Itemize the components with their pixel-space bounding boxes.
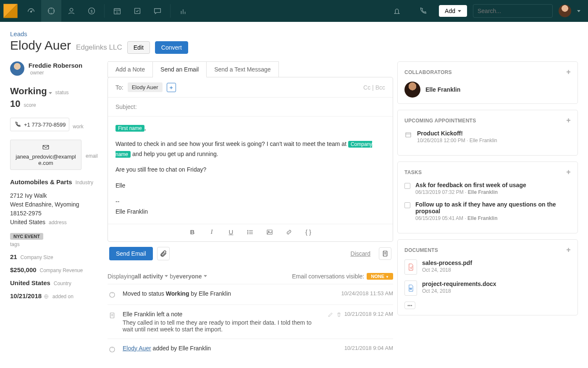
edit-button[interactable]: Edit — [127, 41, 150, 54]
more-documents-button[interactable]: ••• — [404, 302, 415, 309]
collaborator-name: Elle Franklin — [425, 86, 460, 93]
collaborators-panel: COLLABORATORS + Elle Franklin — [397, 61, 578, 104]
template-button[interactable] — [379, 247, 391, 260]
nav-messages-icon[interactable] — [147, 0, 168, 22]
subject-input[interactable]: Subject: — [108, 98, 393, 116]
nav-leads-icon[interactable] — [41, 0, 61, 22]
document-name[interactable]: project-requirements.docx — [422, 281, 496, 287]
notifications-icon[interactable] — [387, 0, 407, 22]
mail-icon — [42, 143, 50, 151]
activity-filter[interactable]: all activity — [135, 273, 163, 280]
format-toolbar: B I U { } — [108, 224, 393, 241]
country-value: United States — [10, 279, 50, 286]
recipient-chip[interactable]: Elody Auer — [128, 82, 163, 92]
bcc-link[interactable]: Bcc — [375, 84, 385, 91]
added-on-label: added on — [52, 294, 74, 299]
cc-link[interactable]: Cc — [363, 84, 370, 91]
to-label: To: — [116, 84, 123, 91]
search-input[interactable] — [478, 8, 551, 14]
task-checkbox[interactable] — [404, 183, 410, 189]
merge-token-first-name[interactable]: First name — [116, 125, 144, 132]
appointment-meta: 10/26/2018 12:00 PM · Elle Franklin — [417, 138, 497, 143]
document-date: Oct 24, 2018 — [422, 288, 496, 294]
search-box[interactable] — [473, 4, 553, 18]
nav-reports-icon[interactable] — [173, 0, 193, 22]
status-label: status — [55, 90, 69, 95]
task-checkbox[interactable] — [404, 202, 410, 208]
industry-label: Industry — [75, 180, 93, 185]
nav-deals-icon[interactable]: $ — [81, 0, 102, 22]
document-name[interactable]: sales-process.pdf — [422, 259, 472, 266]
tab-send-text[interactable]: Send a Text Message — [207, 61, 278, 77]
activity-time: 10/24/2018 11:53 AM — [341, 290, 393, 299]
add-button[interactable]: Add — [439, 5, 467, 17]
add-appointment-button[interactable]: + — [566, 116, 571, 125]
nav-tasks-icon[interactable] — [127, 0, 147, 22]
nav-dashboard-icon[interactable] — [21, 0, 41, 22]
conv-visibility-pill[interactable]: NONE ▼ — [367, 273, 393, 280]
edit-icon[interactable] — [328, 311, 333, 318]
email-label: email — [86, 153, 98, 159]
tasks-panel: TASKS + Ask for feedback on first week o… — [397, 161, 578, 233]
company-size-label: Company Size — [21, 254, 53, 260]
activity-user-filter[interactable]: everyone — [176, 273, 202, 280]
panel-title: DOCUMENTS — [404, 247, 438, 253]
code-icon[interactable]: { } — [304, 228, 312, 237]
logo-icon[interactable] — [0, 0, 21, 22]
attach-button[interactable] — [157, 247, 170, 260]
lead-name: Elody Auer — [10, 38, 71, 53]
panel-title: COLLABORATORS — [404, 69, 452, 75]
convert-button[interactable]: Convert — [155, 41, 188, 54]
added-icon — [108, 345, 117, 353]
docx-icon: W — [404, 281, 417, 296]
svg-point-28 — [247, 230, 248, 231]
email-value: janea_predovic@example.com — [14, 154, 78, 166]
lead-link[interactable]: Elody Auer — [123, 345, 151, 352]
svg-point-30 — [247, 233, 248, 234]
link-icon[interactable] — [285, 228, 293, 237]
add-collaborator-button[interactable]: + — [566, 68, 571, 77]
owner-avatar — [10, 61, 24, 76]
top-nav: $ 31 Add — [0, 0, 588, 22]
tab-add-note[interactable]: Add a Note — [108, 61, 153, 77]
add-task-button[interactable]: + — [566, 168, 571, 177]
send-email-button[interactable]: Send Email — [109, 247, 153, 260]
trash-icon[interactable] — [336, 311, 342, 318]
activity-item: Moved to status Working by Elle Franklin… — [108, 284, 393, 304]
italic-icon[interactable]: I — [207, 228, 216, 237]
caret-down-icon[interactable] — [204, 275, 207, 277]
status-caret-icon[interactable] — [49, 92, 52, 94]
discard-link[interactable]: Discard — [351, 250, 370, 257]
nav-contacts-icon[interactable] — [61, 0, 81, 22]
task-title[interactable]: Ask for feedback on first week of usage — [415, 182, 526, 188]
tab-send-email[interactable]: Send an Email — [153, 61, 207, 77]
list-icon[interactable] — [246, 228, 255, 237]
compose-tabs: Add a Note Send an Email Send a Text Mes… — [108, 61, 279, 77]
conv-visibility-label: Email conversations visible: — [292, 273, 364, 280]
panel-title: TASKS — [404, 169, 422, 175]
image-icon[interactable] — [265, 228, 274, 237]
breadcrumb[interactable]: Leads — [10, 30, 578, 37]
caret-down-icon[interactable] — [165, 275, 168, 277]
documents-panel: DOCUMENTS + sales-process.pdf Oct 24, 20… — [397, 239, 578, 315]
user-menu-caret-icon[interactable] — [577, 10, 580, 12]
svg-point-9 — [70, 8, 73, 11]
tag-badge[interactable]: NYC EVENT — [10, 233, 43, 240]
bold-icon[interactable]: B — [188, 228, 197, 237]
call-icon[interactable] — [413, 0, 433, 22]
appointment-title[interactable]: Product Kickoff! — [417, 130, 497, 137]
user-avatar[interactable] — [559, 5, 571, 17]
email-box[interactable]: janea_predovic@example.com — [10, 140, 81, 170]
add-document-button[interactable]: + — [566, 246, 571, 254]
activity-item: Elle Franklin left a note They called in… — [108, 304, 393, 339]
tags-label: tags — [10, 241, 99, 247]
task-title[interactable]: Follow up to ask if they have any questi… — [415, 201, 571, 214]
add-recipient-button[interactable]: + — [167, 83, 176, 92]
underline-icon[interactable]: U — [227, 228, 235, 237]
status-value[interactable]: Working — [10, 86, 47, 97]
activity-time: 10/21/2018 9:12 AM — [344, 311, 393, 317]
email-body[interactable]: First name, Wanted to check in and see h… — [108, 116, 393, 224]
nav-calendar-icon[interactable]: 31 — [107, 0, 127, 22]
phone-box[interactable]: +1 773-770-8599 — [10, 118, 69, 131]
owner-name: Freddie Roberson — [29, 62, 82, 69]
